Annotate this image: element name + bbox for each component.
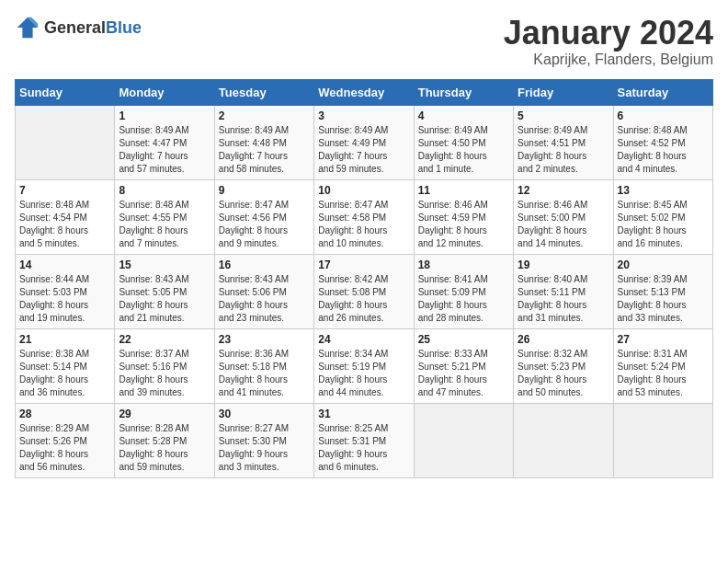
calendar-cell	[414, 403, 513, 477]
day-number: 25	[418, 333, 509, 346]
day-number: 2	[219, 109, 310, 122]
cell-content: Sunrise: 8:29 AM Sunset: 5:26 PM Dayligh…	[19, 422, 110, 474]
day-header-saturday: Saturday	[613, 79, 712, 105]
svg-marker-0	[17, 17, 38, 38]
cell-content: Sunrise: 8:32 AM Sunset: 5:23 PM Dayligh…	[518, 348, 609, 399]
day-header-friday: Friday	[514, 79, 613, 105]
day-header-thursday: Thursday	[414, 79, 513, 105]
cell-content: Sunrise: 8:46 AM Sunset: 4:59 PM Dayligh…	[418, 199, 509, 250]
calendar-cell: 10Sunrise: 8:47 AM Sunset: 4:58 PM Dayli…	[314, 179, 414, 254]
calendar-table: SundayMondayTuesdayWednesdayThursdayFrid…	[15, 79, 713, 478]
calendar-cell: 9Sunrise: 8:47 AM Sunset: 4:56 PM Daylig…	[214, 179, 313, 254]
calendar-cell: 21Sunrise: 8:38 AM Sunset: 5:14 PM Dayli…	[16, 328, 115, 403]
cell-content: Sunrise: 8:48 AM Sunset: 4:52 PM Dayligh…	[618, 124, 709, 176]
cell-content: Sunrise: 8:41 AM Sunset: 5:09 PM Dayligh…	[418, 273, 509, 325]
cell-content: Sunrise: 8:28 AM Sunset: 5:28 PM Dayligh…	[119, 422, 210, 474]
week-row-3: 14Sunrise: 8:44 AM Sunset: 5:03 PM Dayli…	[16, 254, 713, 328]
day-number: 23	[219, 333, 310, 346]
day-number: 22	[119, 333, 210, 346]
calendar-cell: 12Sunrise: 8:46 AM Sunset: 5:00 PM Dayli…	[514, 179, 613, 254]
day-number: 15	[119, 259, 210, 271]
day-number: 19	[518, 259, 609, 271]
cell-content: Sunrise: 8:49 AM Sunset: 4:51 PM Dayligh…	[518, 124, 609, 176]
calendar-cell: 28Sunrise: 8:29 AM Sunset: 5:26 PM Dayli…	[16, 403, 115, 477]
calendar-cell: 2Sunrise: 8:49 AM Sunset: 4:48 PM Daylig…	[214, 105, 313, 179]
day-number: 18	[418, 259, 509, 271]
cell-content: Sunrise: 8:43 AM Sunset: 5:06 PM Dayligh…	[219, 273, 310, 325]
week-row-4: 21Sunrise: 8:38 AM Sunset: 5:14 PM Dayli…	[16, 328, 713, 403]
cell-content: Sunrise: 8:25 AM Sunset: 5:31 PM Dayligh…	[318, 422, 409, 474]
day-number: 10	[318, 184, 409, 197]
calendar-cell	[16, 105, 115, 179]
calendar-cell: 23Sunrise: 8:36 AM Sunset: 5:18 PM Dayli…	[214, 328, 313, 403]
calendar-cell: 25Sunrise: 8:33 AM Sunset: 5:21 PM Dayli…	[414, 328, 513, 403]
cell-content: Sunrise: 8:39 AM Sunset: 5:13 PM Dayligh…	[618, 273, 709, 325]
calendar-cell: 15Sunrise: 8:43 AM Sunset: 5:05 PM Dayli…	[115, 254, 214, 328]
cell-content: Sunrise: 8:46 AM Sunset: 5:00 PM Dayligh…	[518, 199, 609, 250]
cell-content: Sunrise: 8:31 AM Sunset: 5:24 PM Dayligh…	[618, 348, 709, 399]
cell-content: Sunrise: 8:36 AM Sunset: 5:18 PM Dayligh…	[219, 348, 310, 399]
day-number: 1	[119, 109, 210, 122]
day-number: 30	[219, 408, 310, 420]
day-number: 8	[119, 184, 210, 197]
calendar-cell: 8Sunrise: 8:48 AM Sunset: 4:55 PM Daylig…	[115, 179, 214, 254]
day-number: 14	[19, 259, 110, 271]
cell-content: Sunrise: 8:34 AM Sunset: 5:19 PM Dayligh…	[318, 348, 409, 399]
day-number: 12	[518, 184, 609, 197]
month-title: January 2024	[504, 15, 713, 52]
week-row-2: 7Sunrise: 8:48 AM Sunset: 4:54 PM Daylig…	[16, 179, 713, 254]
calendar-cell: 18Sunrise: 8:41 AM Sunset: 5:09 PM Dayli…	[414, 254, 513, 328]
day-number: 11	[418, 184, 509, 197]
location-title: Kaprijke, Flanders, Belgium	[504, 52, 713, 68]
calendar-cell: 1Sunrise: 8:49 AM Sunset: 4:47 PM Daylig…	[115, 105, 214, 179]
day-number: 13	[618, 184, 709, 197]
day-number: 20	[618, 259, 709, 271]
cell-content: Sunrise: 8:47 AM Sunset: 4:58 PM Dayligh…	[318, 199, 409, 250]
day-header-sunday: Sunday	[16, 79, 115, 105]
calendar-cell: 19Sunrise: 8:40 AM Sunset: 5:11 PM Dayli…	[514, 254, 613, 328]
day-number: 17	[318, 259, 409, 271]
cell-content: Sunrise: 8:48 AM Sunset: 4:54 PM Dayligh…	[19, 199, 110, 250]
logo-icon	[15, 15, 40, 40]
title-block: January 2024 Kaprijke, Flanders, Belgium	[504, 15, 713, 68]
cell-content: Sunrise: 8:49 AM Sunset: 4:48 PM Dayligh…	[219, 124, 310, 176]
cell-content: Sunrise: 8:44 AM Sunset: 5:03 PM Dayligh…	[19, 273, 110, 325]
cell-content: Sunrise: 8:42 AM Sunset: 5:08 PM Dayligh…	[318, 273, 409, 325]
day-number: 6	[618, 109, 709, 122]
cell-content: Sunrise: 8:40 AM Sunset: 5:11 PM Dayligh…	[518, 273, 609, 325]
calendar-cell: 27Sunrise: 8:31 AM Sunset: 5:24 PM Dayli…	[613, 328, 712, 403]
day-number: 7	[19, 184, 110, 197]
calendar-cell: 20Sunrise: 8:39 AM Sunset: 5:13 PM Dayli…	[613, 254, 712, 328]
day-number: 29	[119, 408, 210, 420]
day-number: 21	[19, 333, 110, 346]
day-header-tuesday: Tuesday	[214, 79, 313, 105]
calendar-cell: 6Sunrise: 8:48 AM Sunset: 4:52 PM Daylig…	[613, 105, 712, 179]
calendar-cell: 3Sunrise: 8:49 AM Sunset: 4:49 PM Daylig…	[314, 105, 414, 179]
calendar-cell: 7Sunrise: 8:48 AM Sunset: 4:54 PM Daylig…	[16, 179, 115, 254]
day-header-monday: Monday	[115, 79, 214, 105]
day-number: 31	[318, 408, 409, 420]
day-number: 4	[418, 109, 509, 122]
calendar-cell: 16Sunrise: 8:43 AM Sunset: 5:06 PM Dayli…	[214, 254, 313, 328]
week-row-5: 28Sunrise: 8:29 AM Sunset: 5:26 PM Dayli…	[16, 403, 713, 477]
day-number: 9	[219, 184, 310, 197]
day-number: 3	[318, 109, 409, 122]
calendar-cell: 4Sunrise: 8:49 AM Sunset: 4:50 PM Daylig…	[414, 105, 513, 179]
calendar-cell: 17Sunrise: 8:42 AM Sunset: 5:08 PM Dayli…	[314, 254, 414, 328]
week-row-1: 1Sunrise: 8:49 AM Sunset: 4:47 PM Daylig…	[16, 105, 713, 179]
cell-content: Sunrise: 8:48 AM Sunset: 4:55 PM Dayligh…	[119, 199, 210, 250]
cell-content: Sunrise: 8:27 AM Sunset: 5:30 PM Dayligh…	[219, 422, 310, 474]
page-header: GeneralBlue January 2024 Kaprijke, Fland…	[15, 15, 713, 68]
day-number: 24	[318, 333, 409, 346]
day-number: 5	[518, 109, 609, 122]
day-number: 26	[518, 333, 609, 346]
calendar-cell: 5Sunrise: 8:49 AM Sunset: 4:51 PM Daylig…	[514, 105, 613, 179]
calendar-cell: 14Sunrise: 8:44 AM Sunset: 5:03 PM Dayli…	[16, 254, 115, 328]
calendar-cell: 29Sunrise: 8:28 AM Sunset: 5:28 PM Dayli…	[115, 403, 214, 477]
cell-content: Sunrise: 8:47 AM Sunset: 4:56 PM Dayligh…	[219, 199, 310, 250]
calendar-cell: 22Sunrise: 8:37 AM Sunset: 5:16 PM Dayli…	[115, 328, 214, 403]
calendar-cell: 13Sunrise: 8:45 AM Sunset: 5:02 PM Dayli…	[613, 179, 712, 254]
day-number: 28	[19, 408, 110, 420]
calendar-cell: 30Sunrise: 8:27 AM Sunset: 5:30 PM Dayli…	[214, 403, 313, 477]
calendar-cell: 24Sunrise: 8:34 AM Sunset: 5:19 PM Dayli…	[314, 328, 414, 403]
